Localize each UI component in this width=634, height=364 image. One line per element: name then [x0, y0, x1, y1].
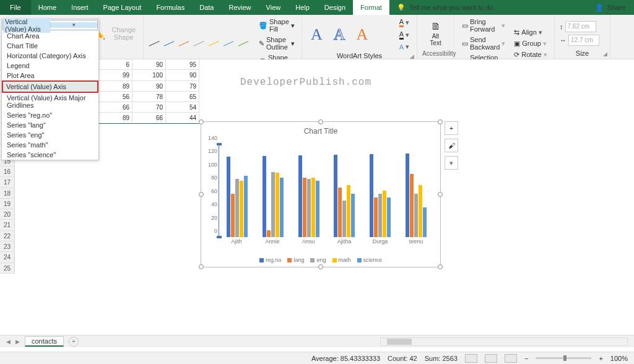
dd-item-series-lang[interactable]: Series "lang"	[2, 120, 98, 130]
view-page-layout-button[interactable]	[485, 354, 497, 363]
style-preset[interactable]	[149, 37, 160, 50]
bar[interactable]	[406, 154, 409, 237]
chart-filters-button[interactable]: ▾	[445, 156, 458, 170]
bar[interactable]	[231, 194, 235, 237]
row-header[interactable]: 22	[0, 231, 15, 241]
style-preset[interactable]	[178, 37, 189, 50]
view-page-break-button[interactable]	[505, 354, 517, 363]
tab-design[interactable]: Design	[317, 0, 353, 15]
text-outline-button[interactable]: A▾	[397, 29, 412, 41]
dd-item-series-science[interactable]: Series "science"	[2, 150, 98, 160]
bar[interactable]	[280, 178, 284, 237]
cell[interactable]: 44	[166, 113, 199, 123]
dd-item-series-regno[interactable]: Series "reg.no"	[2, 110, 98, 120]
sheet-tab-contacts[interactable]: contacts	[25, 336, 64, 347]
chart-elements-button[interactable]: +	[445, 121, 458, 135]
add-sheet-button[interactable]: +	[69, 337, 79, 347]
cell[interactable]: 90	[132, 81, 166, 92]
cell[interactable]: 99	[99, 70, 132, 80]
shape-fill-button[interactable]: 🪣Shape Fill ▾	[256, 17, 297, 34]
cell[interactable]: 65	[166, 92, 199, 102]
bar[interactable]	[276, 173, 279, 237]
resize-handle[interactable]	[318, 119, 323, 124]
bar[interactable]	[423, 207, 427, 237]
tab-page-layout[interactable]: Page Layout	[96, 0, 149, 15]
style-preset[interactable]	[163, 37, 175, 50]
shape-outline-button[interactable]: ✎Shape Outline ▾	[256, 35, 297, 52]
horizontal-scrollbar[interactable]	[380, 337, 628, 346]
plot-area[interactable]	[219, 144, 434, 237]
dd-item-legend[interactable]: Legend	[2, 61, 98, 71]
tab-formulas[interactable]: Formulas	[149, 0, 192, 15]
legend-item[interactable]: eng	[310, 257, 326, 263]
bar[interactable]	[298, 155, 302, 237]
row-header[interactable]: 19	[0, 199, 15, 209]
view-normal-button[interactable]	[465, 354, 477, 363]
dd-item-chart-area[interactable]: Chart Area	[2, 31, 98, 41]
bar[interactable]	[338, 188, 342, 237]
tab-home[interactable]: Home	[31, 0, 64, 15]
bar[interactable]	[316, 181, 319, 237]
bar[interactable]	[351, 194, 355, 237]
bar[interactable]	[410, 174, 414, 237]
style-preset[interactable]	[223, 37, 234, 50]
legend-item[interactable]: lang	[287, 257, 304, 263]
wordart-preset[interactable]: A	[353, 25, 372, 44]
bar[interactable]	[311, 178, 315, 237]
row-header[interactable]: 20	[0, 209, 15, 220]
cell[interactable]: 70	[132, 102, 166, 113]
cell[interactable]: 89	[99, 81, 132, 92]
bar[interactable]	[303, 178, 306, 237]
resize-handle[interactable]	[318, 264, 323, 269]
zoom-out-button[interactable]: −	[524, 355, 528, 362]
zoom-slider[interactable]	[536, 357, 591, 359]
row-header[interactable]: 23	[0, 241, 15, 252]
bar[interactable]	[414, 194, 418, 237]
tell-me[interactable]: 💡Tell me what you want to do	[397, 4, 493, 12]
bar[interactable]	[342, 201, 346, 237]
chart-elements-combo[interactable]: Vertical (Value) Axis▼	[2, 20, 98, 30]
cell[interactable]: 95	[166, 59, 199, 70]
tab-help[interactable]: Help	[288, 0, 317, 15]
cell[interactable]: 66	[99, 102, 132, 113]
chart-object[interactable]: Chart Title 020406080100120140 AjithAnni…	[201, 121, 441, 267]
row-header[interactable]: 17	[0, 177, 15, 188]
height-input[interactable]: 7.62 cm	[565, 21, 596, 32]
style-preset[interactable]	[193, 37, 204, 50]
style-preset[interactable]	[238, 37, 249, 50]
legend-item[interactable]: reg.no	[259, 257, 282, 263]
bar[interactable]	[244, 176, 248, 237]
sheet-nav-prev[interactable]: ◀	[6, 339, 11, 345]
row-header[interactable]: 21	[0, 220, 15, 230]
dialog-launcher-icon[interactable]: ◢	[603, 51, 607, 57]
bar[interactable]	[383, 191, 386, 237]
resize-handle[interactable]	[438, 192, 443, 197]
cell[interactable]: 90	[132, 59, 166, 70]
row-header[interactable]: 25	[0, 263, 15, 274]
bar[interactable]	[227, 157, 230, 237]
bar[interactable]	[307, 179, 311, 237]
tab-file[interactable]: File	[0, 0, 31, 15]
alt-text-button[interactable]: 🗎 Alt Text	[430, 21, 441, 46]
chart-styles-button[interactable]: 🖌	[445, 139, 458, 152]
cell[interactable]: 79	[166, 81, 199, 92]
cell[interactable]: 66	[132, 113, 166, 123]
tab-view[interactable]: View	[259, 0, 289, 15]
bar[interactable]	[419, 185, 422, 237]
row-header[interactable]: 16	[0, 167, 15, 177]
bar[interactable]	[347, 185, 350, 237]
bar[interactable]	[263, 156, 266, 237]
chevron-down-icon[interactable]: ▼	[50, 22, 98, 28]
tab-format[interactable]: Format	[353, 0, 389, 15]
row-header[interactable]: 24	[0, 252, 15, 262]
tab-review[interactable]: Review	[221, 0, 258, 15]
dd-item-series-eng[interactable]: Series "eng"	[2, 130, 98, 140]
cell[interactable]: 100	[132, 70, 166, 80]
dd-item-plot-area[interactable]: Plot Area	[2, 71, 98, 80]
row-header[interactable]: 18	[0, 188, 15, 199]
bar[interactable]	[334, 155, 337, 237]
tab-data[interactable]: Data	[192, 0, 221, 15]
bar[interactable]	[370, 154, 373, 237]
align-button[interactable]: ⇆Align ▾	[511, 27, 549, 38]
cell[interactable]: 54	[166, 102, 199, 113]
